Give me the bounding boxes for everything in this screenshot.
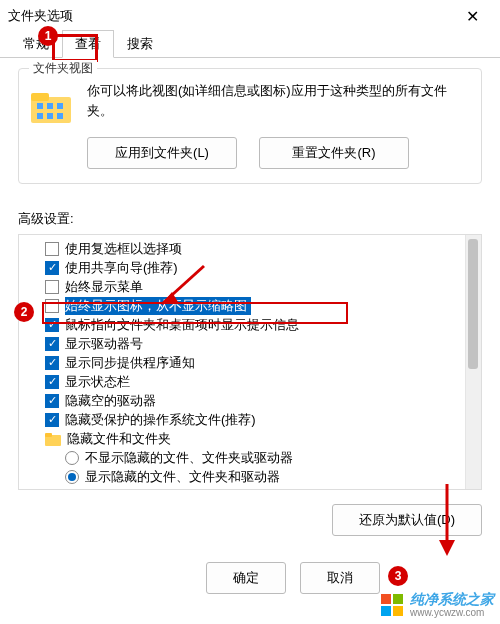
close-icon[interactable]: ✕ [452, 7, 492, 26]
reset-folders-button[interactable]: 重置文件夹(R) [259, 137, 409, 169]
annotation-badge-2: 2 [14, 302, 34, 322]
adv-item-label: 始终显示菜单 [65, 278, 143, 296]
svg-rect-14 [381, 594, 391, 604]
adv-item-radio-show-hidden[interactable]: 显示隐藏的文件、文件夹和驱动器 [25, 467, 465, 486]
adv-item-label: 隐藏文件夹合并冲突 [65, 487, 182, 490]
cancel-button[interactable]: 取消 [300, 562, 380, 594]
svg-rect-1 [31, 93, 49, 101]
advanced-settings-box: 使用复选框以选择项 ✓使用共享向导(推荐) 始终显示菜单 始终显示图标，从不显示… [18, 234, 482, 490]
svg-rect-2 [37, 103, 43, 109]
adv-item-label: 显示隐藏的文件、文件夹和驱动器 [85, 468, 280, 486]
svg-rect-7 [57, 113, 63, 119]
svg-rect-17 [393, 606, 403, 616]
adv-item-label: 显示驱动器号 [65, 335, 143, 353]
ok-button[interactable]: 确定 [206, 562, 286, 594]
folder-view-desc: 你可以将此视图(如详细信息或图标)应用于这种类型的所有文件夹。 [87, 81, 471, 120]
adv-item-label: 显示状态栏 [65, 373, 130, 391]
tab-search[interactable]: 搜索 [114, 30, 166, 58]
adv-item-show-drive-letters[interactable]: ✓显示驱动器号 [25, 334, 465, 353]
annotation-highlight-item [42, 302, 348, 324]
annotation-highlight-tab [52, 34, 98, 62]
annotation-badge-1: 1 [38, 26, 58, 46]
adv-item-hidden-files-folder[interactable]: 隐藏文件和文件夹 [25, 429, 465, 448]
adv-item-sharing-wizard[interactable]: ✓使用共享向导(推荐) [25, 258, 465, 277]
adv-item-sync-notifications[interactable]: ✓显示同步提供程序通知 [25, 353, 465, 372]
adv-item-hide-empty-drives[interactable]: ✓隐藏空的驱动器 [25, 391, 465, 410]
advanced-settings-label: 高级设置: [18, 210, 482, 228]
adv-item-label: 不显示隐藏的文件、文件夹或驱动器 [85, 449, 293, 467]
adv-item-always-show-menu[interactable]: 始终显示菜单 [25, 277, 465, 296]
apply-to-folders-button[interactable]: 应用到文件夹(L) [87, 137, 237, 169]
svg-rect-4 [57, 103, 63, 109]
adv-item-label: 隐藏空的驱动器 [65, 392, 156, 410]
svg-rect-6 [47, 113, 53, 119]
adv-item-radio-dont-show-hidden[interactable]: 不显示隐藏的文件、文件夹或驱动器 [25, 448, 465, 467]
watermark-logo-icon [380, 593, 404, 617]
adv-item-label: 显示同步提供程序通知 [65, 354, 195, 372]
scrollbar[interactable] [465, 235, 481, 489]
svg-rect-5 [37, 113, 43, 119]
folder-view-group-label: 文件夹视图 [29, 60, 97, 77]
title-bar: 文件夹选项 ✕ [0, 0, 500, 32]
window-title: 文件夹选项 [8, 7, 452, 25]
adv-item-label: 隐藏受保护的操作系统文件(推荐) [65, 411, 256, 429]
adv-item-label: 隐藏文件和文件夹 [67, 430, 171, 448]
svg-rect-16 [381, 606, 391, 616]
folder-view-group: 文件夹视图 你可以将此视图(如详细信息或图标)应用于这种类型的所有文件夹。 应用… [18, 68, 482, 184]
adv-item-show-status-bar[interactable]: ✓显示状态栏 [25, 372, 465, 391]
folder-icon [29, 89, 73, 125]
annotation-badge-3: 3 [388, 566, 408, 586]
adv-item-label: 使用复选框以选择项 [65, 240, 182, 258]
adv-item-hide-protected-os[interactable]: ✓隐藏受保护的操作系统文件(推荐) [25, 410, 465, 429]
folder-small-icon [45, 432, 61, 446]
svg-rect-15 [393, 594, 403, 604]
watermark-url: www.ycwzw.com [410, 607, 494, 618]
adv-item-label: 使用共享向导(推荐) [65, 259, 178, 277]
watermark: 纯净系统之家 www.ycwzw.com [380, 591, 494, 618]
adv-item-merge-conflicts[interactable]: ✓隐藏文件夹合并冲突 [25, 486, 465, 489]
scrollbar-thumb[interactable] [468, 239, 478, 369]
svg-rect-3 [47, 103, 53, 109]
dialog-footer: 确定 取消 [206, 562, 390, 594]
adv-item-use-checkboxes[interactable]: 使用复选框以选择项 [25, 239, 465, 258]
restore-defaults-button[interactable]: 还原为默认值(D) [332, 504, 482, 536]
advanced-settings-list: 使用复选框以选择项 ✓使用共享向导(推荐) 始终显示菜单 始终显示图标，从不显示… [19, 235, 465, 489]
svg-rect-9 [45, 433, 52, 437]
